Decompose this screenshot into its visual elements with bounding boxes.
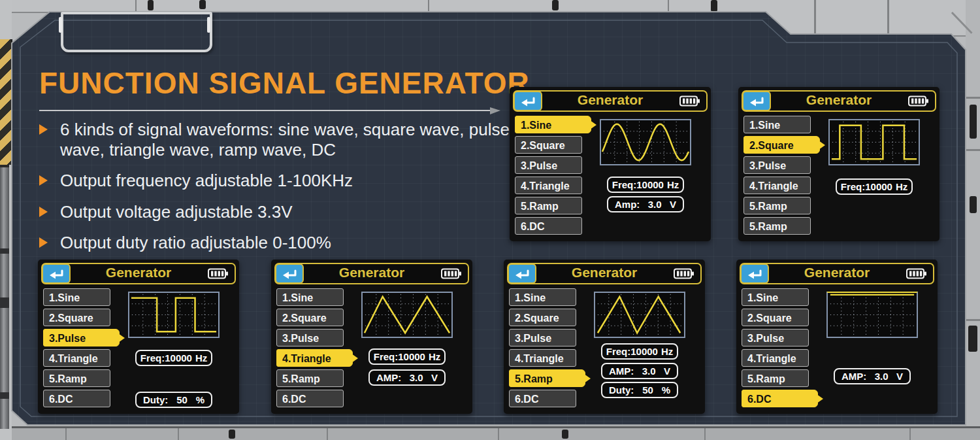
value-label: Freq: xyxy=(606,346,631,357)
menu-item-6-dc[interactable]: 6.DC xyxy=(43,390,110,407)
screen-title: Generator xyxy=(42,265,235,280)
feature-text: 6 kinds of signal waveforms: sine wave, … xyxy=(60,120,510,160)
value-duty[interactable]: Duty:50% xyxy=(135,392,212,408)
value-duty[interactable]: Duty:50% xyxy=(601,382,678,398)
screen-header: Generator xyxy=(507,263,702,284)
menu-item-2-square[interactable]: 2.Square xyxy=(43,309,110,326)
divider-arrow-icon xyxy=(490,107,500,114)
menu-item-4-triangle[interactable]: 4.Triangle xyxy=(515,177,582,194)
menu-item-3-pulse[interactable]: 3.Pulse xyxy=(276,329,344,347)
menu-item-4-triangle[interactable]: 4.Triangle xyxy=(276,349,353,367)
waveform-menu: 1.Sine2.Square3.Pulse4.Triangle5.Ramp6.D… xyxy=(43,288,122,410)
menu-item-4-triangle[interactable]: 4.Triangle xyxy=(743,177,811,194)
menu-item-5-ramp[interactable]: 5.Ramp xyxy=(743,217,811,235)
value-label: Duty: xyxy=(609,384,634,396)
value-number: 3.0 xyxy=(875,371,889,382)
feature-text: Output frequency adjustable 1-100KHz xyxy=(60,171,353,190)
menu-item-2-square[interactable]: 2.Square xyxy=(515,136,582,154)
menu-item-3-pulse[interactable]: 3.Pulse xyxy=(743,156,811,174)
menu-item-2-square[interactable]: 2.Square xyxy=(276,309,344,326)
value-freq[interactable]: Freq:10000Hz xyxy=(836,178,913,195)
value-amp[interactable]: AMP:3.0V xyxy=(368,369,446,386)
menu-item-5-ramp[interactable]: 5.Ramp xyxy=(43,369,110,387)
menu-item-4-triangle[interactable]: 4.Triangle xyxy=(509,349,576,367)
value-unit: Hz xyxy=(429,351,440,362)
value-label: AMP: xyxy=(376,372,401,383)
waveform-preview-square xyxy=(828,119,920,165)
value-number: 3.0 xyxy=(410,372,423,383)
menu-item-5-ramp[interactable]: 5.Ramp xyxy=(276,369,344,387)
menu-item-6-dc[interactable]: 6.DC xyxy=(742,390,818,407)
value-unit: V xyxy=(664,365,670,377)
feature-item: Output duty ratio adjustable 0-100% xyxy=(39,233,516,253)
generator-screen-pulse: Generator1.Sine2.Square3.Pulse4.Triangle… xyxy=(38,260,239,414)
feature-item: Output frequency adjustable 1-100KHz xyxy=(39,171,516,191)
menu-item-1-sine[interactable]: 1.Sine xyxy=(43,288,110,306)
value-unit: % xyxy=(662,384,670,396)
menu-item-6-dc[interactable]: 6.DC xyxy=(276,390,344,407)
menu-item-4-triangle[interactable]: 4.Triangle xyxy=(742,349,809,367)
menu-item-2-square[interactable]: 2.Square xyxy=(743,136,820,154)
value-label: Freq: xyxy=(374,351,399,362)
value-label: Amp: xyxy=(615,199,640,210)
value-unit: Hz xyxy=(195,352,207,364)
value-unit: V xyxy=(896,371,903,382)
generator-screen-triangle: Generator1.Sine2.Square3.Pulse4.Triangle… xyxy=(271,260,472,414)
menu-item-5-ramp[interactable]: 5.Ramp xyxy=(743,197,811,214)
menu-item-3-pulse[interactable]: 3.Pulse xyxy=(742,329,809,347)
screen-title: Generator xyxy=(743,92,935,108)
menu-item-1-sine[interactable]: 1.Sine xyxy=(743,116,811,133)
value-freq[interactable]: Freq:10000Hz xyxy=(607,177,684,193)
value-freq[interactable]: Freq:10000Hz xyxy=(368,348,446,365)
menu-item-3-pulse[interactable]: 3.Pulse xyxy=(509,329,576,347)
value-number: 10000 xyxy=(398,351,425,362)
waveform-menu: 1.Sine2.Square3.Pulse4.Triangle5.Ramp6.D… xyxy=(509,288,587,410)
menu-item-1-sine[interactable]: 1.Sine xyxy=(276,288,344,306)
menu-item-4-triangle[interactable]: 4.Triangle xyxy=(43,349,110,367)
screen-title: Generator xyxy=(741,265,933,280)
generator-screen-square: Generator1.Sine2.Square3.Pulse4.Triangle… xyxy=(738,87,939,241)
menu-item-2-square[interactable]: 2.Square xyxy=(509,309,576,326)
value-freq[interactable]: Freq:10000Hz xyxy=(601,343,678,360)
menu-item-1-sine[interactable]: 1.Sine xyxy=(515,116,591,133)
value-unit: Hz xyxy=(896,181,907,192)
value-amp[interactable]: AMP:3.0V xyxy=(601,363,678,379)
value-unit: V xyxy=(431,372,438,383)
menu-item-1-sine[interactable]: 1.Sine xyxy=(509,288,576,306)
page-title: FUNCTION SIGNAL GENERATOR xyxy=(39,65,530,101)
menu-item-6-dc[interactable]: 6.DC xyxy=(515,217,582,235)
menu-item-3-pulse[interactable]: 3.Pulse xyxy=(515,156,582,174)
value-label: Freq: xyxy=(140,352,165,364)
screen-header: Generator xyxy=(740,263,934,284)
battery-full-icon xyxy=(674,268,694,279)
menu-item-5-ramp[interactable]: 5.Ramp xyxy=(515,197,582,214)
value-freq[interactable]: Freq:10000Hz xyxy=(135,350,212,366)
battery-full-icon xyxy=(208,268,229,279)
menu-item-5-ramp[interactable]: 5.Ramp xyxy=(509,369,585,387)
menu-item-5-ramp[interactable]: 5.Ramp xyxy=(742,369,809,387)
value-number: 10000 xyxy=(165,352,192,364)
battery-full-icon xyxy=(679,95,700,107)
menu-item-3-pulse[interactable]: 3.Pulse xyxy=(43,329,120,347)
waveform-preview-triangle xyxy=(361,292,453,338)
waveform-preview-ramp xyxy=(594,292,685,338)
waveform-preview-pulse xyxy=(128,292,220,338)
menu-item-6-dc[interactable]: 6.DC xyxy=(509,390,576,407)
waveform-preview-dc xyxy=(826,292,918,338)
screen-header: Generator xyxy=(513,90,708,112)
feature-text: Output duty ratio adjustable 0-100% xyxy=(60,233,331,252)
value-amp[interactable]: Amp:3.0V xyxy=(607,196,684,212)
menu-item-2-square[interactable]: 2.Square xyxy=(742,309,809,326)
title-divider xyxy=(39,110,491,111)
waveform-preview-sine xyxy=(600,119,691,165)
value-label: AMP: xyxy=(841,371,866,382)
battery-full-icon xyxy=(906,268,927,279)
value-unit: Hz xyxy=(661,346,673,357)
value-amp[interactable]: AMP:3.0V xyxy=(834,368,911,384)
screen-header: Generator xyxy=(742,90,936,112)
value-label: Duty: xyxy=(143,394,168,405)
waveform-menu: 1.Sine2.Square3.Pulse4.Triangle5.Ramp5.R… xyxy=(743,116,822,237)
value-label: AMP: xyxy=(609,365,634,377)
menu-item-1-sine[interactable]: 1.Sine xyxy=(742,288,809,306)
page: FUNCTION SIGNAL GENERATOR 6 kinds of sig… xyxy=(0,0,980,440)
